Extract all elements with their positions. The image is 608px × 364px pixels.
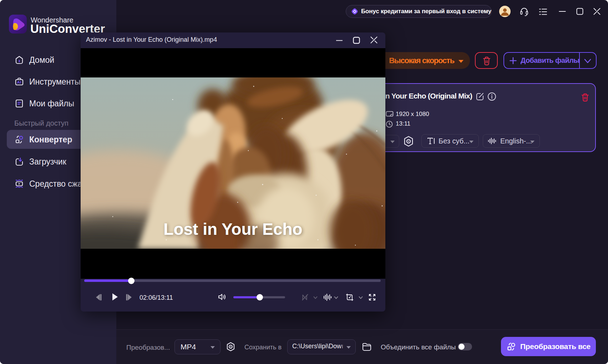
svg-text:Lost in Your Echo: Lost in Your Echo [163,220,302,238]
